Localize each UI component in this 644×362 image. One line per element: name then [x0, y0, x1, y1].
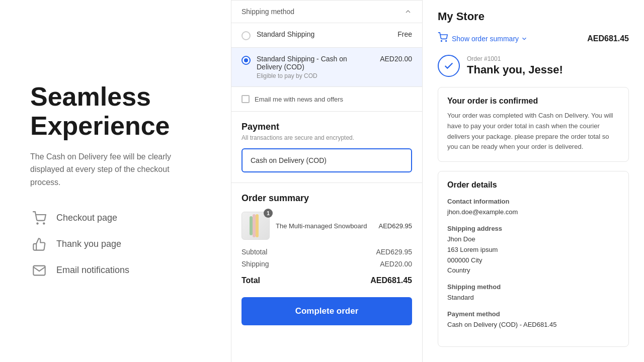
shipping-address-section: Shipping address Jhon Doe 163 Lorem ipsu…	[447, 225, 619, 276]
shipping-method-detail-section: Shipping method Standard	[447, 283, 619, 303]
email-opt-in-section: Email me with news and offers	[231, 87, 422, 112]
shipping-line3: Country	[447, 265, 619, 276]
email-opt-in-label: Email me with news and offers	[255, 96, 343, 103]
shipping-option-standard-name: Standard Shipping	[257, 30, 391, 38]
feature-checkout: Checkout page	[30, 209, 201, 227]
thank-you-row: Order #1001 Thank you, Jesse!	[438, 55, 629, 77]
middle-panel: Shipping method Standard Shipping Free S…	[231, 0, 423, 362]
feature-checkout-label: Checkout page	[56, 213, 117, 223]
thank-you-text: Thank you, Jesse!	[467, 63, 563, 76]
payment-method-detail-section: Payment method Cash on Delivery (COD) - …	[447, 310, 619, 330]
order-confirmed-body: Your order was completed with Cash on De…	[447, 111, 619, 152]
product-price: AED629.95	[379, 222, 413, 230]
toggle-amount: AED681.45	[587, 34, 629, 43]
payment-title: Payment	[242, 122, 412, 132]
complete-order-button[interactable]: Complete order	[242, 297, 412, 325]
order-summary-section: Order summary 1 The Multi-managed Snowbo…	[231, 183, 422, 335]
shipping-method-title: Shipping method	[242, 8, 294, 16]
shipping-address-value: Jhon Doe 163 Lorem ipsum 000000 City Cou…	[447, 234, 619, 276]
feature-email-label: Email notifications	[56, 265, 129, 276]
order-confirmed-box: Your order is confirmed Your order was c…	[438, 87, 629, 162]
svg-rect-3	[256, 214, 259, 237]
description: The Cash on Delivery fee will be clearly…	[30, 150, 201, 189]
headline: Seamless Experience	[30, 82, 201, 140]
payment-method-detail-value: Cash on Delivery (COD) - AED681.45	[447, 320, 619, 330]
shipping-method-detail-label: Shipping method	[447, 283, 619, 291]
thumbsup-icon	[30, 235, 48, 253]
subtotal-value: AED629.95	[376, 248, 412, 256]
cod-box: Cash on Delivery (COD)	[242, 148, 412, 172]
shipping-name: Jhon Doe	[447, 234, 619, 245]
total-label: Total	[242, 276, 260, 285]
order-summary-toggle-button[interactable]: Show order summary	[438, 32, 528, 45]
store-title: My Store	[438, 10, 629, 23]
shipping-option-cod[interactable]: Standard Shipping - Cash on Delivery (CO…	[231, 48, 422, 87]
product-name: The Multi-managed Snowboard	[276, 222, 373, 230]
shipping-method-section: Shipping method Standard Shipping Free S…	[231, 0, 422, 87]
shipping-address-label: Shipping address	[447, 225, 619, 232]
product-row: 1 The Multi-managed Snowboard AED629.95	[242, 212, 412, 240]
email-icon	[30, 261, 48, 280]
order-details-title: Order details	[447, 180, 619, 190]
email-opt-in-checkbox[interactable]	[242, 95, 250, 103]
radio-cod[interactable]	[242, 56, 251, 65]
feature-thankyou-label: Thank you page	[56, 239, 121, 249]
order-summary-title: Order summary	[242, 193, 412, 204]
shipping-label: Shipping	[242, 260, 269, 268]
order-summary-toggle-label: Show order summary	[452, 35, 528, 43]
radio-standard[interactable]	[242, 31, 251, 40]
shipping-option-cod-content: Standard Shipping - Cash on Delivery (CO…	[257, 55, 374, 79]
cart-icon	[30, 209, 48, 227]
chevron-up-icon	[404, 8, 412, 16]
svg-point-1	[43, 223, 44, 224]
shipping-method-header[interactable]: Shipping method	[231, 0, 422, 23]
svg-point-5	[441, 41, 442, 42]
shipping-option-cod-price: AED20.00	[380, 55, 412, 63]
subtotal-label: Subtotal	[242, 248, 267, 256]
right-panel: My Store Show order summary AED681.45	[423, 0, 644, 362]
summary-subtotal: Subtotal AED629.95	[242, 248, 412, 256]
cart-icon-small	[438, 32, 448, 45]
contact-info-label: Contact information	[447, 198, 619, 205]
contact-info-value: jhon.doe@example.com	[447, 207, 619, 218]
payment-section: Payment All transactions are secure and …	[231, 112, 422, 183]
feature-thankyou: Thank you page	[30, 235, 201, 253]
shipping-line2: 000000 City	[447, 255, 619, 266]
feature-list: Checkout page Thank you page Email notif…	[30, 209, 201, 280]
check-circle-icon	[438, 55, 460, 77]
summary-shipping: Shipping AED20.00	[242, 260, 412, 268]
thank-you-content: Order #1001 Thank you, Jesse!	[467, 55, 563, 76]
shipping-option-cod-sub: Eligible to pay by COD	[257, 72, 374, 79]
shipping-option-standard-price: Free	[397, 30, 412, 38]
feature-email: Email notifications	[30, 261, 201, 280]
total-value: AED681.45	[370, 276, 412, 285]
svg-point-6	[446, 41, 447, 42]
order-details-box: Order details Contact information jhon.d…	[438, 171, 629, 347]
svg-point-0	[37, 223, 38, 224]
shipping-option-standard[interactable]: Standard Shipping Free	[231, 23, 422, 48]
shipping-method-detail-value: Standard	[447, 293, 619, 303]
order-summary-toggle: Show order summary AED681.45	[438, 32, 629, 45]
left-panel: Seamless Experience The Cash on Delivery…	[0, 0, 231, 362]
summary-total: Total AED681.45	[242, 272, 412, 285]
order-confirmed-title: Your order is confirmed	[447, 97, 619, 106]
svg-rect-4	[250, 216, 253, 235]
contact-info-section: Contact information jhon.doe@example.com	[447, 198, 619, 218]
product-badge: 1	[264, 209, 273, 218]
payment-subtitle: All transactions are secure and encrypte…	[242, 134, 412, 141]
shipping-value: AED20.00	[380, 260, 412, 268]
shipping-option-cod-name: Standard Shipping - Cash on Delivery (CO…	[257, 55, 374, 71]
shipping-option-standard-content: Standard Shipping	[257, 30, 391, 38]
svg-rect-2	[253, 214, 256, 237]
payment-method-detail-label: Payment method	[447, 310, 619, 318]
order-number: Order #1001	[467, 55, 563, 62]
shipping-line1: 163 Lorem ipsum	[447, 245, 619, 255]
product-image-wrapper: 1	[242, 212, 270, 240]
